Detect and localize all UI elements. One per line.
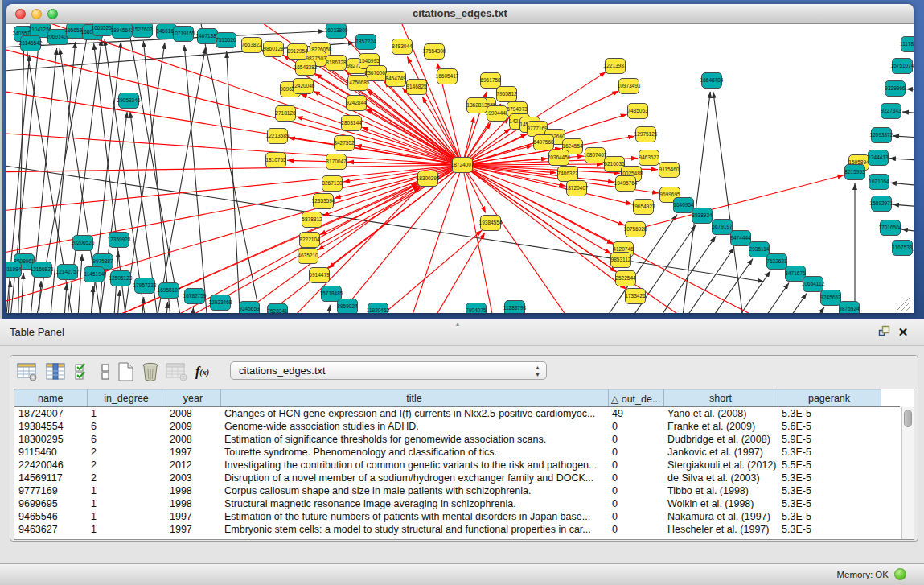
- network-edge[interactable]: [889, 159, 914, 161]
- table-cell[interactable]: 5.3E-5: [778, 510, 881, 523]
- network-edge[interactable]: [742, 307, 824, 313]
- table-cell[interactable]: 9465546: [14, 510, 87, 523]
- table-cell[interactable]: 1997: [166, 510, 220, 523]
- network-edge[interactable]: [671, 259, 753, 313]
- network-edge[interactable]: [725, 294, 807, 313]
- table-cell[interactable]: 2: [87, 446, 166, 459]
- network-window-titlebar[interactable]: citations_edges.txt: [6, 4, 914, 24]
- table-cell[interactable]: 9777169: [14, 484, 87, 497]
- network-edge[interactable]: [893, 204, 914, 208]
- table-row[interactable]: 2242004622012Investigating the contribut…: [14, 459, 900, 472]
- table-cell[interactable]: 5.5E-5: [778, 459, 881, 472]
- import-table-icon[interactable]: [166, 361, 188, 382]
- table-row[interactable]: 946362711997Embryonic stem cells: a mode…: [14, 523, 900, 536]
- table-cell[interactable]: Tibbo et al. (1998): [663, 484, 778, 497]
- network-edge[interactable]: [462, 165, 724, 313]
- column-header-short[interactable]: short: [663, 390, 778, 407]
- network-edge[interactable]: [906, 89, 914, 90]
- table-cell[interactable]: 1998: [166, 484, 220, 497]
- table-cell[interactable]: Estimation of significance thresholds fo…: [220, 433, 608, 446]
- column-header-title[interactable]: title: [220, 390, 608, 407]
- table-cell[interactable]: 2012: [166, 459, 220, 472]
- network-edge[interactable]: [326, 305, 330, 313]
- table-cell[interactable]: 0: [608, 510, 663, 523]
- network-edge[interactable]: [890, 183, 914, 187]
- table-cell[interactable]: 5.3E-5: [778, 407, 881, 420]
- column-header-pagerank[interactable]: pagerank: [778, 390, 881, 407]
- table-cell[interactable]: Genome-wide association studies in ADHD.: [220, 420, 608, 433]
- table-cell[interactable]: 19384554: [14, 420, 87, 433]
- column-header-out_de[interactable]: △ out_de...: [608, 390, 663, 407]
- table-row[interactable]: 1456911722003Disruption of a novel membe…: [14, 472, 900, 484]
- table-cell[interactable]: 9115460: [14, 446, 87, 459]
- table-cell[interactable]: 0: [608, 497, 663, 510]
- table-row[interactable]: 946554611997Estimation of the future num…: [14, 510, 900, 523]
- network-edge[interactable]: [713, 92, 746, 313]
- table-cell[interactable]: 14569117: [14, 472, 87, 484]
- splitter-handle-icon[interactable]: ▴: [456, 320, 459, 328]
- table-row[interactable]: 977716911998Corpus callosum shape and si…: [14, 484, 900, 497]
- network-edge[interactable]: [116, 290, 120, 313]
- float-panel-icon[interactable]: [878, 324, 894, 340]
- network-edge[interactable]: [688, 271, 770, 313]
- table-cell[interactable]: 5.3E-5: [778, 484, 881, 497]
- table-cell[interactable]: 2008: [166, 407, 220, 420]
- table-cell[interactable]: 49: [608, 407, 663, 420]
- column-header-year[interactable]: year: [166, 390, 220, 407]
- table-cell[interactable]: Changes of HCN gene expression and I(f) …: [220, 407, 608, 420]
- table-cell[interactable]: 1: [87, 523, 166, 536]
- table-cell[interactable]: Hescheler et al. (1997): [663, 523, 778, 536]
- resize-grip-icon[interactable]: [896, 298, 910, 311]
- function-builder-icon[interactable]: f(x): [195, 361, 209, 382]
- network-edge[interactable]: [301, 94, 462, 165]
- column-checklist-icon[interactable]: [74, 361, 90, 382]
- network-edge[interactable]: [227, 51, 241, 313]
- row-panel-icon[interactable]: [101, 361, 110, 382]
- network-edge[interactable]: [143, 41, 173, 313]
- table-cell[interactable]: Jankovic et al. (1997): [663, 446, 778, 459]
- table-cell[interactable]: Yano et al. (2008): [663, 407, 778, 420]
- column-select-icon[interactable]: [46, 361, 67, 382]
- table-cell[interactable]: Dudbridge et al. (2008): [663, 433, 778, 446]
- table-cell[interactable]: 0: [608, 484, 663, 497]
- table-cell[interactable]: Corpus callosum shape and size in male p…: [220, 484, 608, 497]
- column-header-in_degree[interactable]: in_degree: [87, 390, 166, 407]
- network-edge[interactable]: [89, 286, 93, 313]
- table-cell[interactable]: Stergiakouli et al. (2012): [663, 459, 778, 472]
- network-edge[interactable]: [164, 302, 168, 313]
- table-cell[interactable]: Tourette syndrome. Phenomenology and cla…: [220, 446, 608, 459]
- table-cell[interactable]: 0: [608, 446, 663, 459]
- network-edge[interactable]: [153, 47, 206, 313]
- table-cell[interactable]: 5.9E-5: [778, 433, 881, 446]
- table-cell[interactable]: 18300295: [14, 433, 87, 446]
- table-scrollbar-thumb[interactable]: [904, 410, 912, 427]
- table-cell[interactable]: 6: [87, 433, 166, 446]
- table-cell[interactable]: 22420046: [14, 459, 87, 472]
- network-edge[interactable]: [19, 273, 23, 313]
- table-cell[interactable]: Estimation of the future numbers of pati…: [220, 510, 608, 523]
- table-settings-icon[interactable]: [17, 361, 38, 382]
- new-table-icon[interactable]: [116, 361, 135, 382]
- table-cell[interactable]: 0: [608, 433, 663, 446]
- table-cell[interactable]: 6: [87, 420, 166, 433]
- table-row[interactable]: 969969511998Structural magnetic resonanc…: [14, 497, 900, 510]
- network-edge[interactable]: [462, 165, 499, 313]
- table-cell[interactable]: 9699695: [14, 497, 87, 510]
- table-chooser-select[interactable]: citations_edges.txt ▲▼: [230, 361, 547, 380]
- network-edge[interactable]: [6, 165, 764, 282]
- network-edge[interactable]: [893, 136, 914, 138]
- table-cell[interactable]: Structural magnetic resonance image aver…: [220, 497, 608, 510]
- table-cell[interactable]: Wolkin et al. (1998): [663, 497, 778, 510]
- memory-indicator-icon[interactable]: [894, 568, 906, 580]
- table-cell[interactable]: 5.6E-5: [778, 420, 881, 433]
- table-cell[interactable]: Nakamura et al. (1997): [663, 510, 778, 523]
- column-header-name[interactable]: name: [14, 390, 87, 407]
- table-row[interactable]: 1830029562008Estimation of significance …: [14, 433, 900, 446]
- table-cell[interactable]: 2: [87, 459, 166, 472]
- table-cell[interactable]: 9463627: [14, 523, 87, 536]
- table-cell[interactable]: 5.3E-5: [778, 497, 881, 510]
- table-cell[interactable]: 1: [87, 510, 166, 523]
- delete-table-icon[interactable]: [140, 361, 161, 382]
- network-edge[interactable]: [902, 112, 914, 114]
- table-cell[interactable]: 0: [608, 472, 663, 484]
